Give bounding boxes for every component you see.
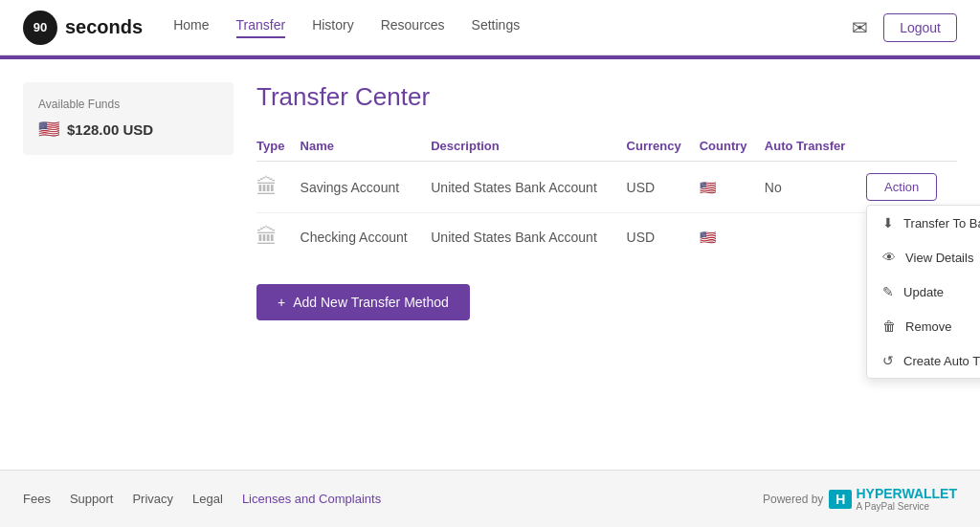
hw-brand-block: HYPERWALLET A PayPal Service <box>856 486 957 512</box>
footer-link-legal[interactable]: Legal <box>192 492 223 506</box>
logo-brand-name: seconds <box>65 16 143 38</box>
transfer-icon: ⬇ <box>882 215 894 231</box>
us-flag-icon: 🇺🇸 <box>38 119 59 140</box>
nav-item-home[interactable]: Home <box>173 17 209 38</box>
col-country: Country <box>700 131 765 162</box>
funds-amount: 🇺🇸 $128.00 USD <box>38 119 218 140</box>
trash-icon: 🗑 <box>882 318 896 334</box>
main-content: Available Funds 🇺🇸 $128.00 USD Transfer … <box>0 59 980 470</box>
hw-h-letter: H <box>835 492 845 507</box>
nav-item-settings[interactable]: Settings <box>472 17 521 38</box>
col-name: Name <box>301 131 432 162</box>
row1-action-cell: Action ⬇ Transfer To Bank Account 👁 View… <box>866 162 957 213</box>
add-transfer-label: Add New Transfer Method <box>293 295 449 310</box>
dropdown-item-transfer[interactable]: ⬇ Transfer To Bank Account <box>867 206 980 240</box>
footer-right: Powered by H HYPERWALLET A PayPal Servic… <box>763 486 957 512</box>
logo-circle: 90 <box>23 11 57 45</box>
action-button[interactable]: Action <box>866 173 937 201</box>
view-icon: 👁 <box>882 250 896 265</box>
main-nav: Home Transfer History Resources Settings <box>173 17 520 38</box>
dropdown-item-auto[interactable]: ↺ Create Auto Transfer <box>867 343 980 378</box>
nav-item-history[interactable]: History <box>312 17 354 38</box>
row2-name: Checking Account <box>301 213 432 262</box>
logo: 90 seconds <box>23 11 143 45</box>
footer-links: Fees Support Privacy Legal Licenses and … <box>23 492 381 506</box>
hw-box: H <box>829 490 852 509</box>
hw-brand-name: HYPERWALLET <box>856 486 957 501</box>
row1-description: United States Bank Account <box>431 162 626 213</box>
add-icon: + <box>278 295 285 310</box>
sidebar: Available Funds 🇺🇸 $128.00 USD <box>23 82 234 447</box>
dropdown-label-auto: Create Auto Transfer <box>903 354 980 368</box>
transfer-center-title: Transfer Center <box>256 82 957 112</box>
col-currency: Currency <box>627 131 700 162</box>
table-row: 🏛 Savings Account United States Bank Acc… <box>256 162 957 213</box>
footer-link-fees[interactable]: Fees <box>23 492 51 506</box>
row1-currency: USD <box>627 162 700 213</box>
col-auto-transfer: Auto Transfer <box>765 131 866 162</box>
table-header-row: Type Name Description Currency Country A… <box>256 131 957 162</box>
dropdown-label-transfer: Transfer To Bank Account <box>903 216 980 231</box>
dropdown-label-update: Update <box>903 285 944 299</box>
row1-type: 🏛 <box>256 162 301 213</box>
footer-link-privacy[interactable]: Privacy <box>132 492 173 506</box>
dropdown-label-remove: Remove <box>905 319 951 334</box>
nav-item-resources[interactable]: Resources <box>381 17 445 38</box>
funds-card: Available Funds 🇺🇸 $128.00 USD <box>23 82 234 155</box>
refresh-icon: ↺ <box>882 353 894 368</box>
header-left: 90 seconds Home Transfer History Resourc… <box>23 11 520 45</box>
row1-name: Savings Account <box>301 162 432 213</box>
mail-icon[interactable]: ✉ <box>852 16 868 39</box>
bank-icon: 🏛 <box>256 175 278 199</box>
transfer-center: Transfer Center Type Name Description Cu… <box>256 82 957 447</box>
nav-item-transfer[interactable]: Transfer <box>236 17 286 38</box>
row2-description: United States Bank Account <box>431 213 626 262</box>
hyperwallet-logo: H HYPERWALLET A PayPal Service <box>829 486 957 512</box>
logout-button[interactable]: Logout <box>883 13 957 42</box>
footer: Fees Support Privacy Legal Licenses and … <box>0 470 980 527</box>
action-dropdown: ⬇ Transfer To Bank Account 👁 View Detail… <box>866 205 980 379</box>
edit-icon: ✎ <box>882 284 894 299</box>
row2-auto-transfer <box>765 213 866 262</box>
dropdown-item-remove[interactable]: 🗑 Remove <box>867 309 980 343</box>
header: 90 seconds Home Transfer History Resourc… <box>0 0 980 55</box>
header-right: ✉ Logout <box>852 13 957 42</box>
footer-link-licenses[interactable]: Licenses and Complaints <box>242 492 381 506</box>
row1-auto-transfer: No <box>765 162 866 213</box>
logo-circle-text: 90 <box>33 20 47 34</box>
powered-by-text: Powered by <box>763 493 823 506</box>
footer-link-support[interactable]: Support <box>70 492 114 506</box>
col-description: Description <box>431 131 626 162</box>
dropdown-item-view[interactable]: 👁 View Details <box>867 240 980 274</box>
dropdown-label-view: View Details <box>905 251 973 265</box>
col-action <box>866 131 957 162</box>
add-transfer-method-button[interactable]: + Add New Transfer Method <box>256 284 470 320</box>
bank-icon: 🏛 <box>256 225 278 249</box>
row2-country: 🇺🇸 <box>700 213 765 262</box>
col-type: Type <box>256 131 301 162</box>
dropdown-item-update[interactable]: ✎ Update <box>867 274 980 309</box>
row2-currency: USD <box>627 213 700 262</box>
funds-label: Available Funds <box>38 98 218 111</box>
transfer-table: Type Name Description Currency Country A… <box>256 131 957 261</box>
funds-value: $128.00 USD <box>67 121 153 138</box>
table-row: 🏛 Checking Account United States Bank Ac… <box>256 213 957 262</box>
row2-type: 🏛 <box>256 213 301 262</box>
hw-paypal-sub: A PayPal Service <box>856 501 957 512</box>
row1-country: 🇺🇸 <box>700 162 765 213</box>
